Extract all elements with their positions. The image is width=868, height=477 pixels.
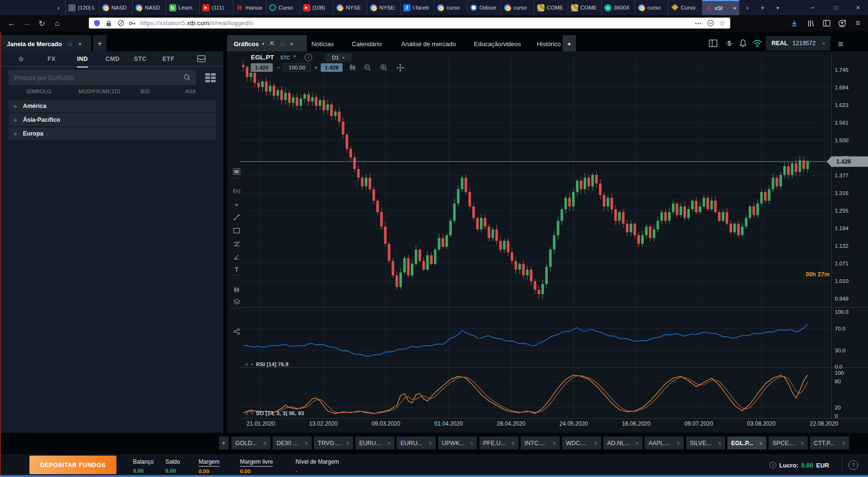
stochastic-indicator-label[interactable]: ≡ × SO [14, 3, 3] 95, 93 (245, 410, 304, 416)
market-tab-cmd[interactable]: CMD (105, 51, 120, 67)
browser-tab[interactable]: ●3600X (601, 0, 635, 15)
chevron-down-icon[interactable]: ▾ (294, 54, 296, 58)
pocket-icon[interactable] (706, 19, 715, 28)
instrument-tab[interactable]: DE30 ...× (273, 437, 312, 449)
tab-close-icon[interactable]: × (512, 440, 515, 446)
window-close-button[interactable]: × (851, 0, 865, 15)
tab-close-icon[interactable]: × (636, 440, 639, 446)
pan-move-icon[interactable] (395, 63, 405, 72)
browser-tab[interactable]: COME (534, 0, 568, 15)
page-actions-icon[interactable]: ••• (694, 19, 703, 28)
charts-module-tab[interactable]: Gráficos ▾ ⇱ □ × (227, 35, 307, 52)
browser-tab[interactable]: XxSt× (702, 0, 739, 15)
market-tab-fx[interactable]: FX (48, 51, 56, 67)
window-minimize-button[interactable]: − (805, 0, 820, 15)
column-header-ask[interactable]: ASK (185, 88, 196, 94)
window-maximize-button[interactable]: □ (829, 0, 843, 15)
browser-tab[interactable]: GNASD (99, 0, 133, 15)
home-icon[interactable]: ⌂ (50, 17, 64, 30)
volume-input[interactable]: 100.00 (283, 63, 311, 72)
chart-type-candles-icon[interactable] (348, 63, 357, 72)
symbol-search[interactable] (9, 70, 196, 85)
tab-close-icon[interactable]: × (470, 440, 473, 446)
instrument-tab[interactable]: CTT.P...× (810, 437, 849, 449)
deposit-funds-button[interactable]: DEPOSITAR FUNDOS (29, 456, 116, 474)
sidebar-toggle-icon[interactable] (820, 17, 833, 30)
indicator-close-icon[interactable]: × (250, 410, 253, 416)
zoom-in-icon[interactable] (379, 63, 389, 72)
browser-tab[interactable]: Gcurso (434, 0, 467, 15)
download-icon[interactable] (788, 17, 801, 30)
indicator-close-icon[interactable]: × (250, 361, 253, 367)
bid-price-box[interactable]: 1.426 (251, 63, 273, 72)
tab-close-icon[interactable]: × (718, 440, 721, 446)
column-header-bid[interactable]: BID (141, 88, 150, 94)
info-icon[interactable]: i (305, 54, 312, 61)
instrument-tab[interactable]: AD.NL...× (603, 437, 642, 449)
tab-close-icon[interactable]: × (733, 5, 736, 11)
instrument-tab[interactable]: UPWK...× (438, 437, 477, 449)
market-tab-ind[interactable]: IND (77, 51, 88, 68)
market-group-row[interactable]: ▶América (9, 100, 216, 112)
instrument-tab[interactable]: EURU...× (397, 437, 436, 449)
tab-close-icon[interactable]: × (388, 440, 391, 446)
market-tab-etf[interactable]: ETF (162, 51, 174, 67)
tab-close-icon[interactable]: × (801, 440, 804, 446)
module-close-icon[interactable]: × (290, 41, 293, 47)
instrument-tab[interactable]: EURU...× (355, 437, 394, 449)
module-tab-an-lise-de-mercado[interactable]: Análise de mercado (387, 35, 470, 52)
platform-menu-icon[interactable]: ≡ (838, 39, 843, 49)
column-header-symbol[interactable]: SÍMBOLO (26, 88, 51, 94)
module-tab-educa-o-videos[interactable]: Educação/videos (463, 35, 532, 52)
instrument-tab[interactable]: TRVG....× (314, 437, 353, 449)
browser-tab[interactable]: ▶(108) (300, 0, 334, 15)
market-group-row[interactable]: ▶Europa (9, 127, 216, 140)
account-icon[interactable] (835, 17, 849, 30)
browser-tab[interactable]: Curso (668, 0, 702, 15)
chart-symbol[interactable]: EGL.PT (251, 54, 274, 61)
market-tab-stc[interactable]: STC (134, 51, 147, 67)
instrument-tab[interactable]: AAPL....× (645, 437, 684, 449)
rsi-indicator-label[interactable]: ≡ × RSI [14] 76.9 (245, 361, 288, 367)
browser-tab[interactable]: Gcurso (635, 0, 668, 15)
instrument-tab[interactable]: EGL.P...× (727, 437, 766, 449)
browser-tab[interactable]: GNYSE: (367, 0, 401, 15)
browser-tab[interactable]: Odisse (467, 0, 501, 15)
tracking-shield-icon[interactable] (93, 19, 101, 28)
help-icon[interactable]: ? (849, 460, 858, 470)
browser-tab[interactable]: Gcurso (501, 0, 534, 15)
ask-price-box[interactable]: 1.428 (321, 63, 343, 72)
expand-triangle-icon[interactable]: ▶ (14, 104, 17, 108)
grid-view-icon[interactable] (204, 72, 217, 83)
browser-tab[interactable]: (120) L (65, 0, 99, 15)
instrument-tab[interactable]: WDC....× (562, 437, 601, 449)
indicator-settings-icon[interactable]: ≡ (245, 410, 248, 416)
autoplay-blocked-icon[interactable] (116, 19, 125, 28)
browser-tab[interactable]: bLearn (166, 0, 200, 15)
forward-icon[interactable]: → (20, 17, 33, 30)
new-tab-button[interactable]: + (755, 0, 770, 15)
instrument-tab[interactable]: SPCE....× (769, 437, 808, 449)
window-close-icon[interactable]: × (78, 41, 81, 47)
tab-close-icon[interactable]: × (264, 440, 267, 446)
zoom-out-icon[interactable] (363, 63, 372, 72)
browser-tab[interactable]: Rmanua (233, 0, 267, 15)
account-selector[interactable]: REAL 1219572 ▾ (766, 36, 830, 50)
volume-increase-button[interactable]: + (313, 63, 319, 72)
column-header-change[interactable]: MODIFICAR(1D) (78, 88, 120, 94)
back-icon[interactable]: ← (5, 17, 18, 30)
tab-close-icon[interactable]: × (553, 440, 556, 446)
timeframe-selector[interactable]: D1 ▾ (325, 53, 352, 62)
tab-close-icon[interactable]: × (305, 440, 308, 446)
key-permission-icon[interactable] (128, 19, 137, 28)
search-icon[interactable] (183, 74, 191, 81)
module-popout-icon[interactable]: ⇱ (270, 41, 275, 47)
menu-icon[interactable]: ≡ (851, 17, 865, 30)
bookmark-star-icon[interactable]: ☆ (718, 19, 726, 28)
market-group-row[interactable]: ▶Ásia-Pacífico (9, 114, 216, 126)
module-tab-calend-rio[interactable]: Calendário (339, 35, 394, 52)
expand-triangle-icon[interactable]: ▶ (14, 132, 17, 136)
add-instrument-tab-button[interactable]: + (219, 437, 229, 449)
favorites-star-tab[interactable]: ☆ (18, 51, 24, 67)
module-maximize-icon[interactable]: □ (281, 41, 284, 47)
